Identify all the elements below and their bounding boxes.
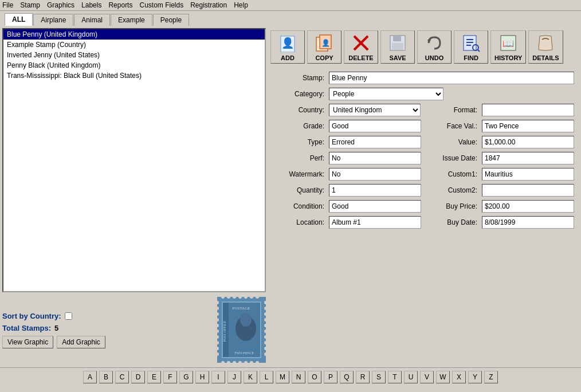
alpha-btn-h[interactable]: H [195, 371, 209, 383]
alpha-btn-z[interactable]: Z [484, 371, 498, 383]
total-stamps-value: 5 [54, 324, 58, 332]
add-button[interactable]: 👤 ADD [270, 30, 305, 64]
sort-by-country-checkbox[interactable] [65, 312, 72, 320]
alpha-btn-y[interactable]: Y [468, 371, 482, 383]
find-button[interactable]: FIND [454, 30, 488, 64]
category-label: Category: [273, 90, 324, 98]
format-input[interactable] [482, 104, 574, 116]
svg-text:👤: 👤 [281, 37, 295, 49]
total-row: Total Stamps: 5 [2, 324, 105, 332]
custom1-input[interactable] [482, 168, 574, 181]
menu-help[interactable]: Help [234, 1, 248, 9]
value-input[interactable] [482, 136, 574, 148]
alpha-btn-k[interactable]: K [244, 371, 257, 383]
find-label: FIND [464, 54, 478, 61]
alpha-btn-u[interactable]: U [404, 371, 418, 383]
buy-date-label: Buy Date: [426, 218, 477, 226]
list-item[interactable]: Inverted Jenny (United States) [3, 50, 265, 60]
alpha-btn-v[interactable]: V [420, 371, 434, 383]
undo-button[interactable]: UNDO [417, 30, 452, 64]
value-label: Value: [426, 138, 477, 146]
svg-text:POST OFFICE: POST OFFICE [223, 320, 226, 342]
watermark-input[interactable] [329, 168, 421, 181]
right-panel: 👤 ADD 👤 COPY [268, 28, 579, 365]
add-label: ADD [281, 54, 295, 61]
delete-button[interactable]: DELETE [344, 30, 378, 64]
details-button[interactable]: DETAILS [528, 30, 563, 64]
history-icon: 📖 [498, 33, 519, 53]
grade-input[interactable] [329, 120, 421, 132]
alpha-btn-i[interactable]: I [211, 371, 225, 383]
alpha-btn-s[interactable]: S [372, 371, 386, 383]
alpha-btn-d[interactable]: D [131, 371, 145, 383]
stamp-list[interactable]: Blue Penny (United Kingdom) Example Stam… [2, 28, 266, 292]
perf-input[interactable] [329, 152, 421, 164]
type-input[interactable] [329, 136, 421, 148]
list-item[interactable]: Penny Black (United Kingdom) [3, 60, 265, 70]
issue-date-input[interactable] [482, 152, 574, 164]
details-label: DETAILS [532, 54, 559, 61]
quantity-input[interactable] [329, 184, 421, 197]
alpha-btn-b[interactable]: B [99, 371, 113, 383]
alpha-btn-l[interactable]: L [260, 371, 273, 383]
category-select[interactable]: People [329, 88, 443, 100]
alpha-btn-x[interactable]: X [452, 371, 466, 383]
list-item[interactable]: Trans-Mississippi: Black Bull (United St… [3, 70, 265, 81]
custom2-label: Custom2: [426, 186, 477, 194]
alpha-btn-q[interactable]: Q [340, 371, 354, 383]
graphic-buttons: View Graphic Add Graphic [2, 336, 105, 348]
country-select[interactable]: United Kingdom [329, 104, 421, 116]
alpha-btn-m[interactable]: M [276, 371, 289, 383]
buy-price-input[interactable] [482, 200, 574, 213]
save-label: SAVE [389, 54, 406, 61]
svg-text:TWO PENCE: TWO PENCE [234, 351, 254, 355]
save-button[interactable]: SAVE [380, 30, 415, 64]
alpha-btn-t[interactable]: T [388, 371, 402, 383]
svg-rect-52 [392, 43, 403, 50]
form-area: Stamp: Category: People Country: United … [268, 68, 579, 232]
condition-input[interactable] [329, 200, 421, 213]
list-item[interactable]: Blue Penny (United Kingdom) [3, 29, 265, 40]
tab-people[interactable]: People [153, 14, 189, 26]
alpha-btn-n[interactable]: N [292, 371, 305, 383]
tab-bar: ALL Airplane Animal Example People [0, 11, 581, 26]
tab-airplane[interactable]: Airplane [33, 14, 73, 26]
view-graphic-button[interactable]: View Graphic [2, 336, 53, 348]
buy-date-input[interactable] [482, 216, 574, 229]
menu-graphics[interactable]: Graphics [47, 1, 74, 9]
list-item[interactable]: Example Stamp (Country) [3, 40, 265, 50]
add-graphic-button[interactable]: Add Graphic [57, 336, 105, 348]
alpha-btn-o[interactable]: O [308, 371, 321, 383]
location-input[interactable] [329, 216, 421, 229]
tab-example[interactable]: Example [111, 14, 152, 26]
alpha-btn-c[interactable]: C [115, 371, 129, 383]
history-button[interactable]: 📖 HISTORY [490, 30, 526, 64]
stamp-input[interactable] [329, 72, 574, 84]
face-val-label: Face Val.: [426, 122, 477, 130]
tab-all[interactable]: ALL [5, 13, 33, 26]
menu-stamp[interactable]: Stamp [20, 1, 40, 9]
alpha-btn-w[interactable]: W [436, 371, 450, 383]
delete-label: DELETE [348, 54, 373, 61]
menu-labels[interactable]: Labels [81, 1, 101, 9]
tab-animal[interactable]: Animal [74, 14, 110, 26]
bottom-left: Sort by Country: Total Stamps: 5 View Gr… [2, 295, 266, 365]
perf-label: Perf: [273, 154, 324, 162]
alpha-btn-g[interactable]: G [179, 371, 193, 383]
alpha-btn-f[interactable]: F [163, 371, 177, 383]
menu-registration[interactable]: Registration [190, 1, 227, 9]
alpha-btn-j[interactable]: J [227, 371, 241, 383]
menu-reports[interactable]: Reports [108, 1, 132, 9]
left-panel: Blue Penny (United Kingdom) Example Stam… [2, 28, 266, 365]
alpha-btn-r[interactable]: R [356, 371, 370, 383]
alpha-btn-a[interactable]: A [83, 371, 97, 383]
alpha-btn-p[interactable]: P [324, 371, 337, 383]
copy-button[interactable]: 👤 COPY [307, 30, 341, 64]
menu-file[interactable]: File [2, 1, 13, 9]
alpha-btn-e[interactable]: E [147, 371, 161, 383]
svg-text:POSTAGE: POSTAGE [233, 306, 250, 311]
menu-custom-fields[interactable]: Custom Fields [139, 1, 183, 9]
face-val-input[interactable] [482, 120, 574, 132]
total-stamps-label: Total Stamps: [2, 324, 51, 332]
custom2-input[interactable] [482, 184, 574, 197]
